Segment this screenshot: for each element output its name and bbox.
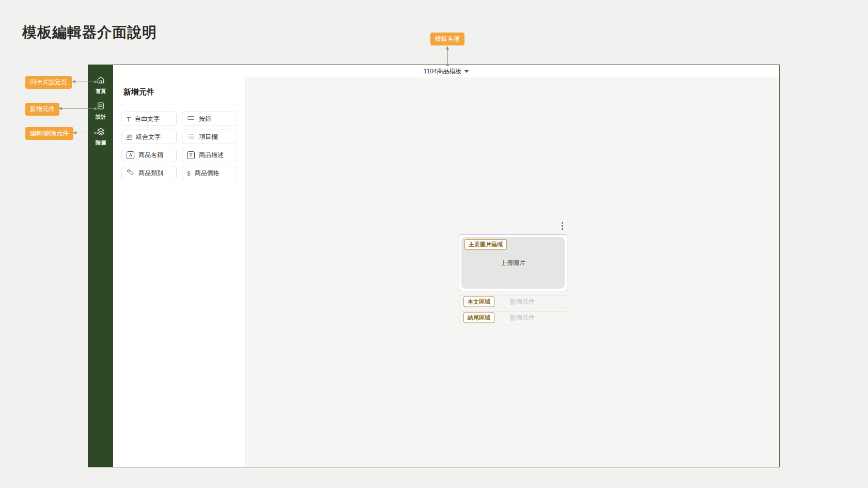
element-button-label: 自由文字 xyxy=(135,115,160,123)
annotation-arrow xyxy=(447,50,448,64)
list-field-icon xyxy=(187,132,195,141)
element-button-grid: T 自由文字 按鈕 ab 組合文字 項目欄 A 商品 xyxy=(113,104,245,187)
sidebar-item-home[interactable]: 首頁 xyxy=(88,75,113,95)
product-category-icon xyxy=(127,168,134,178)
element-button-label: 商品名稱 xyxy=(138,151,163,160)
element-button-label: 商品類別 xyxy=(138,169,163,178)
body-zone: 本文區域 新增元件 xyxy=(459,295,567,308)
element-button-label: 組合文字 xyxy=(136,133,161,141)
element-button-label: 項目欄 xyxy=(199,133,218,141)
button-icon xyxy=(187,114,195,123)
design-icon xyxy=(96,101,105,113)
chevron-down-icon[interactable] xyxy=(464,70,469,73)
sidebar-item-layers[interactable]: 階層 xyxy=(88,127,113,147)
sidebar-item-label: 階層 xyxy=(96,139,106,147)
element-button-product-name[interactable]: A 商品名稱 xyxy=(121,148,177,162)
body-zone-badge: 本文區域 xyxy=(463,296,494,307)
element-button-list-field[interactable]: 項目欄 xyxy=(182,130,237,144)
product-description-icon: T xyxy=(187,151,195,159)
annotation-arrow xyxy=(76,133,94,133)
element-button-label: 商品價格 xyxy=(195,169,220,178)
upload-image-label: 上傳圖片 xyxy=(501,259,525,267)
free-text-icon: T xyxy=(127,116,131,122)
annotation-template-name: 模板名稱 xyxy=(430,33,464,45)
annotation-back-to-card-page: 回卡片設定頁 xyxy=(25,76,72,89)
annotation-edit-delete-element: 編輯/刪除元件 xyxy=(25,127,73,140)
page-title: 模板編輯器介面說明 xyxy=(22,23,157,42)
topbar: 1104商品模板 xyxy=(113,65,779,77)
panel-title: 新增元件 xyxy=(113,77,245,104)
element-button-label: 商品描述 xyxy=(199,151,224,160)
sidebar-item-label: 首頁 xyxy=(96,88,106,95)
annotation-arrow xyxy=(75,82,94,82)
footer-zone-badge: 結尾區域 xyxy=(463,312,494,323)
element-button-combo-text[interactable]: ab 組合文字 xyxy=(121,130,177,144)
product-name-icon: A xyxy=(127,151,134,159)
sidebar-item-design[interactable]: 設計 xyxy=(88,101,113,121)
card-options-menu-icon[interactable] xyxy=(561,221,564,231)
annotation-add-element: 新增元件 xyxy=(25,103,59,116)
product-price-icon: $ xyxy=(187,170,191,177)
annotation-arrow xyxy=(62,108,94,109)
element-button-free-text[interactable]: T 自由文字 xyxy=(121,112,177,126)
main-image-zone-badge: 主要圖片區域 xyxy=(464,239,507,250)
body-zone-add-element[interactable]: 新增元件 xyxy=(510,297,535,306)
footer-zone-add-element[interactable]: 新增元件 xyxy=(510,313,535,322)
sidebar-item-label: 設計 xyxy=(96,114,106,121)
element-button-product-description[interactable]: T 商品描述 xyxy=(182,148,237,162)
element-button-button[interactable]: 按鈕 xyxy=(182,112,237,126)
template-name-dropdown[interactable]: 1104商品模板 xyxy=(424,67,462,76)
layers-icon xyxy=(96,127,105,138)
add-element-panel: 新增元件 T 自由文字 按鈕 ab 組合文字 項目欄 xyxy=(113,77,245,467)
element-button-product-category[interactable]: 商品類別 xyxy=(121,166,177,180)
main-image-zone: 主要圖片區域 上傳圖片 xyxy=(459,234,567,291)
footer-zone: 結尾區域 新增元件 xyxy=(459,311,567,324)
combo-text-icon: ab xyxy=(127,134,132,140)
sidebar: 首頁 設計 階層 xyxy=(88,65,113,467)
element-button-label: 按鈕 xyxy=(199,115,211,123)
home-icon xyxy=(96,75,105,87)
template-editor-window: 1104商品模板 首頁 設計 階層 新增元件 T xyxy=(88,65,780,467)
element-button-product-price[interactable]: $ 商品價格 xyxy=(182,166,237,180)
